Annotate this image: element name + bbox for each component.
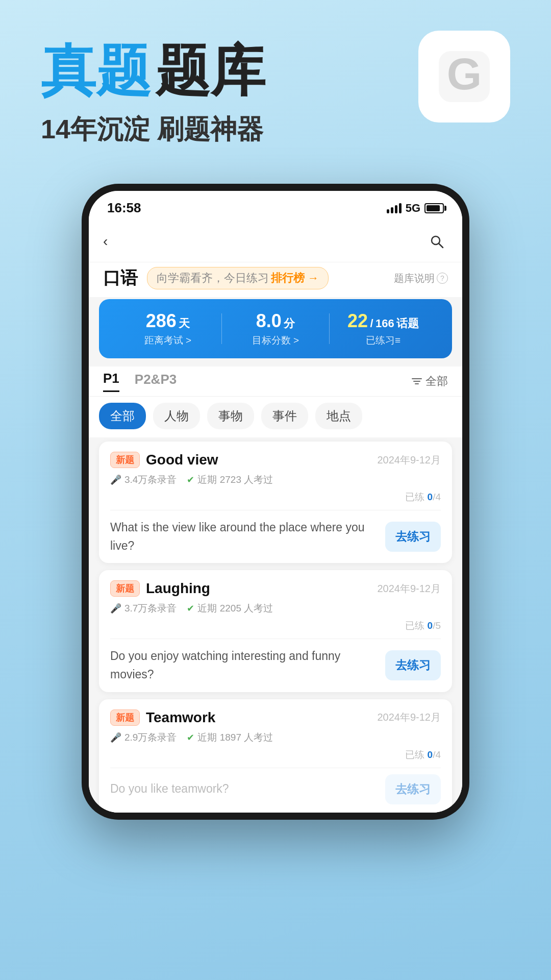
recent-text-2: 近期 2205 人考过 bbox=[197, 602, 273, 615]
check-icon-2: ✔ bbox=[187, 603, 194, 614]
network-label: 5G bbox=[406, 202, 420, 215]
question-card-1: 新题 Good view 2024年9-12月 🎤 3.4万条录音 ✔ 近期 2… bbox=[99, 442, 452, 563]
practice-button-1[interactable]: 去练习 bbox=[385, 522, 441, 552]
recordings-text-2: 3.7万条录音 bbox=[124, 602, 177, 615]
card-top-3: 新题 Teamwork 2024年9-12月 bbox=[110, 709, 441, 726]
card-progress-3: 已练 0/4 bbox=[110, 748, 441, 762]
ranking-text: 向学霸看齐，今日练习 bbox=[157, 271, 269, 286]
status-time: 16:58 bbox=[107, 200, 141, 216]
card-title-2: Laughing bbox=[146, 580, 210, 597]
check-icon-3: ✔ bbox=[187, 732, 194, 743]
card-meta-2: 🎤 3.7万条录音 ✔ 近期 2205 人考过 bbox=[110, 602, 441, 615]
new-badge-3: 新题 bbox=[110, 709, 140, 726]
cat-event[interactable]: 事件 bbox=[261, 403, 308, 429]
cat-thing[interactable]: 事物 bbox=[207, 403, 254, 429]
card-left-2: 新题 Laughing bbox=[110, 580, 210, 597]
category-row: 全部 人物 事物 事件 地点 bbox=[89, 397, 462, 437]
ranking-badge[interactable]: 向学霸看齐，今日练习 排行榜 → bbox=[147, 267, 329, 289]
signal-bars-icon bbox=[387, 203, 402, 213]
cat-all[interactable]: 全部 bbox=[99, 403, 146, 429]
card-date-3: 2024年9-12月 bbox=[377, 710, 441, 724]
card-title-3: Teamwork bbox=[146, 709, 215, 726]
stat-days-number: 286 bbox=[146, 310, 177, 331]
card-question-area-2: Do you enjoy watching interesting and fu… bbox=[110, 639, 441, 692]
recent-text-3: 近期 1897 人考过 bbox=[197, 731, 273, 744]
battery-icon bbox=[424, 203, 444, 213]
stat-topics[interactable]: 22 / 166 话题 已练习≡ bbox=[330, 310, 437, 347]
card-date-1: 2024年9-12月 bbox=[377, 453, 441, 467]
page-title: 口语 bbox=[103, 266, 138, 290]
stat-score-label: 目标分数 > bbox=[222, 334, 329, 347]
stat-score-unit: 分 bbox=[284, 317, 295, 330]
tab-p1[interactable]: P1 bbox=[103, 371, 119, 392]
card-question-text-2: Do you enjoy watching interesting and fu… bbox=[110, 647, 385, 683]
stat-slash: / bbox=[370, 317, 373, 330]
new-badge-1: 新题 bbox=[110, 452, 140, 468]
page-left: 口语 向学霸看齐，今日练习 排行榜 → bbox=[103, 266, 329, 290]
card-date-2: 2024年9-12月 bbox=[377, 582, 441, 596]
status-icons: 5G bbox=[387, 202, 444, 215]
card-top-2: 新题 Laughing 2024年9-12月 bbox=[110, 580, 441, 597]
card-question-area-3: Do you like teamwork? 去练习 bbox=[110, 768, 441, 804]
stats-banner: 286 天 距离考试 > 8.0 分 目标分数 > 22 bbox=[99, 299, 452, 358]
cat-person[interactable]: 人物 bbox=[153, 403, 200, 429]
stat-days-label: 距离考试 > bbox=[114, 334, 221, 347]
svg-line-3 bbox=[439, 243, 443, 248]
recordings-text-1: 3.4万条录音 bbox=[124, 473, 177, 486]
search-button[interactable] bbox=[425, 230, 448, 253]
help-icon: ? bbox=[437, 273, 448, 284]
question-card-3: 新题 Teamwork 2024年9-12月 🎤 2.9万条录音 ✔ 近期 18… bbox=[99, 699, 452, 813]
page-header: 口语 向学霸看齐，今日练习 排行榜 → 题库说明 ? bbox=[89, 262, 462, 297]
status-bar: 16:58 5G bbox=[89, 191, 462, 221]
check-icon-1: ✔ bbox=[187, 474, 194, 485]
meta-recent-1: ✔ 近期 2723 人考过 bbox=[187, 473, 273, 486]
phone-wrapper: 16:58 5G ‹ bbox=[82, 184, 469, 820]
tab-row: P1 P2&P3 全部 bbox=[89, 366, 462, 397]
stat-practiced-number: 22 bbox=[347, 310, 368, 331]
ranking-link[interactable]: 排行榜 → bbox=[271, 271, 319, 286]
tab-p2p3[interactable]: P2&P3 bbox=[135, 372, 177, 391]
practice-button-3[interactable]: 去练习 bbox=[385, 774, 441, 804]
mic-icon-1: 🎤 bbox=[110, 474, 121, 485]
practice-button-2[interactable]: 去练习 bbox=[385, 650, 441, 680]
help-button[interactable]: 题库说明 ? bbox=[394, 272, 448, 285]
stat-days[interactable]: 286 天 距离考试 > bbox=[114, 310, 221, 347]
title-dark: 题库 bbox=[155, 41, 265, 102]
card-meta-1: 🎤 3.4万条录音 ✔ 近期 2723 人考过 bbox=[110, 473, 441, 486]
phone-screen: 16:58 5G ‹ bbox=[89, 191, 462, 813]
phone-frame: 16:58 5G ‹ bbox=[82, 184, 469, 820]
back-button[interactable]: ‹ bbox=[103, 233, 108, 250]
card-left-3: 新题 Teamwork bbox=[110, 709, 215, 726]
card-title-1: Good view bbox=[146, 452, 218, 468]
card-meta-3: 🎤 2.9万条录音 ✔ 近期 1897 人考过 bbox=[110, 731, 441, 744]
filter-label: 全部 bbox=[425, 374, 448, 389]
stat-score-number: 8.0 bbox=[256, 310, 282, 331]
scroll-content: 新题 Good view 2024年9-12月 🎤 3.4万条录音 ✔ 近期 2… bbox=[89, 437, 462, 813]
meta-recent-3: ✔ 近期 1897 人考过 bbox=[187, 731, 273, 744]
stat-total-number: 166 bbox=[375, 317, 394, 330]
tab-filter[interactable]: 全部 bbox=[411, 374, 448, 389]
subtitle: 14年沉淀 刷题神器 bbox=[41, 112, 510, 148]
card-question-text-1: What is the view like around the place w… bbox=[110, 519, 385, 555]
meta-recent-2: ✔ 近期 2205 人考过 bbox=[187, 602, 273, 615]
stat-score[interactable]: 8.0 分 目标分数 > bbox=[222, 310, 329, 347]
recordings-text-3: 2.9万条录音 bbox=[124, 731, 177, 744]
card-progress-2: 已练 0/5 bbox=[110, 619, 441, 632]
card-question-area-1: What is the view like around the place w… bbox=[110, 510, 441, 563]
card-top-1: 新题 Good view 2024年9-12月 bbox=[110, 452, 441, 468]
stat-topics-label: 已练习≡ bbox=[330, 334, 437, 347]
main-title: 真题 题库 bbox=[41, 41, 510, 102]
card-left-1: 新题 Good view bbox=[110, 452, 218, 468]
stat-topics-unit: 话题 bbox=[396, 317, 419, 330]
meta-recordings-2: 🎤 3.7万条录音 bbox=[110, 602, 177, 615]
new-badge-2: 新题 bbox=[110, 580, 140, 597]
cat-place[interactable]: 地点 bbox=[315, 403, 362, 429]
meta-recordings-1: 🎤 3.4万条录音 bbox=[110, 473, 177, 486]
stat-days-unit: 天 bbox=[179, 317, 190, 330]
header-area: 真题 题库 14年沉淀 刷题神器 bbox=[41, 41, 510, 148]
mic-icon-3: 🎤 bbox=[110, 732, 121, 743]
card-question-text-3: Do you like teamwork? bbox=[110, 780, 377, 798]
title-blue: 真题 bbox=[41, 41, 151, 102]
recent-text-1: 近期 2723 人考过 bbox=[197, 473, 273, 486]
question-card-2: 新题 Laughing 2024年9-12月 🎤 3.7万条录音 ✔ 近期 22… bbox=[99, 570, 452, 692]
